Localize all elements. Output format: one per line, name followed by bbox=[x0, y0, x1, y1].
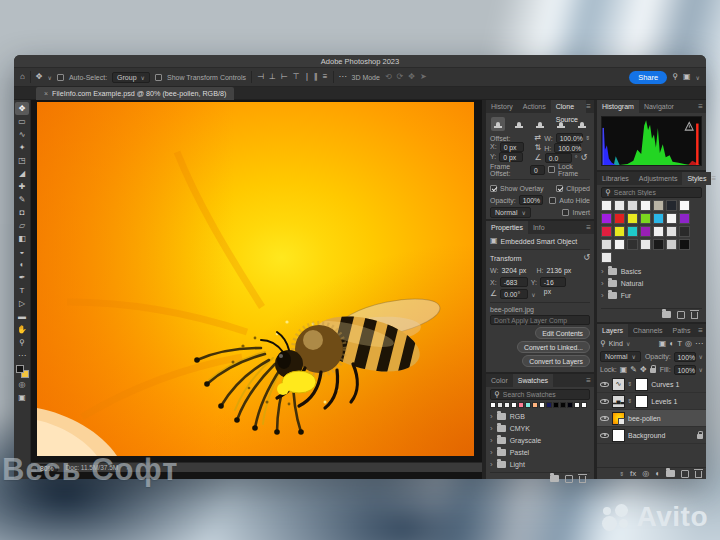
layer-row-background[interactable]: Background bbox=[597, 427, 706, 444]
move-tool[interactable]: ✥ bbox=[15, 102, 29, 115]
color-swatch[interactable] bbox=[627, 239, 638, 250]
link-layers-icon[interactable]: ∞ bbox=[619, 471, 625, 475]
eyedropper-tool[interactable]: ◢ bbox=[15, 167, 29, 180]
align-right-icon[interactable]: ⊢ bbox=[281, 72, 288, 82]
smart-object-thumbnail[interactable] bbox=[612, 412, 625, 425]
blend-mode-dropdown[interactable]: Normal∨ bbox=[600, 351, 641, 362]
filter-pixel-icon[interactable]: ▣ bbox=[659, 339, 667, 349]
align-center-icon[interactable]: ⊥ bbox=[269, 72, 276, 82]
styles-search[interactable]: ⚲ bbox=[601, 187, 702, 198]
chevron-down-icon[interactable]: ∨ bbox=[699, 353, 703, 360]
folder-row[interactable]: ›Grayscale bbox=[490, 434, 590, 446]
convert-to-linked-button[interactable]: Convert to Linked... bbox=[517, 341, 590, 353]
pan-3d-icon[interactable]: ✥ bbox=[408, 72, 415, 82]
trash-icon[interactable] bbox=[695, 471, 702, 478]
layer-mask-thumbnail[interactable] bbox=[635, 395, 648, 408]
tab-adjustments[interactable]: Adjustments bbox=[634, 172, 683, 185]
swatch-search-input[interactable] bbox=[503, 391, 586, 398]
tab-channels[interactable]: Channels bbox=[628, 324, 668, 337]
opacity-field[interactable]: 100% bbox=[674, 352, 696, 362]
tab-styles[interactable]: Styles bbox=[682, 172, 711, 185]
tab-histogram[interactable]: Histogram bbox=[597, 100, 639, 113]
new-adjustment-icon[interactable]: ◐ bbox=[655, 469, 660, 479]
reset-icon[interactable]: ↺ bbox=[581, 153, 588, 163]
marquee-tool[interactable]: ▭ bbox=[15, 115, 29, 128]
healing-brush-tool[interactable]: ✚ bbox=[15, 180, 29, 193]
offset-x-field[interactable]: 0 px bbox=[500, 142, 524, 152]
color-swatch[interactable] bbox=[614, 213, 625, 224]
color-swatch[interactable] bbox=[627, 226, 638, 237]
tab-layers[interactable]: Layers bbox=[597, 324, 628, 337]
quick-mask-button[interactable]: ◎ bbox=[15, 378, 29, 391]
clone-source-slot-4[interactable] bbox=[554, 117, 568, 131]
layer-row-curves[interactable]: ∿ ∞ Curves 1 bbox=[597, 376, 706, 393]
clone-source-slot-3[interactable] bbox=[533, 117, 547, 131]
new-swatch-icon[interactable] bbox=[565, 475, 573, 483]
color-swatch[interactable] bbox=[666, 200, 677, 211]
new-style-icon[interactable] bbox=[677, 311, 685, 319]
color-swatch[interactable] bbox=[601, 200, 612, 211]
new-layer-icon[interactable] bbox=[681, 470, 689, 478]
edit-contents-button[interactable]: Edit Contents bbox=[535, 327, 590, 339]
color-swatch[interactable] bbox=[511, 402, 517, 408]
lock-paint-icon[interactable]: ✎ bbox=[630, 365, 637, 375]
color-swatch[interactable] bbox=[653, 200, 664, 211]
auto-hide-checkbox[interactable] bbox=[549, 197, 556, 204]
color-chips[interactable] bbox=[16, 365, 29, 378]
color-swatch[interactable] bbox=[653, 239, 664, 250]
clone-source-slot-5[interactable] bbox=[575, 117, 589, 131]
tab-navigator[interactable]: Navigator bbox=[639, 100, 679, 113]
chevron-down-icon[interactable]: ∨ bbox=[699, 366, 703, 373]
height-scale-field[interactable]: 100.0% bbox=[554, 143, 581, 153]
new-group-icon[interactable] bbox=[662, 311, 671, 318]
lasso-tool[interactable]: ∿ bbox=[15, 128, 29, 141]
align-top-icon[interactable]: ⊤ bbox=[293, 72, 300, 82]
hand-tool[interactable]: ✋ bbox=[15, 323, 29, 336]
folder-row[interactable]: ›Fur bbox=[601, 289, 702, 301]
color-swatch[interactable] bbox=[627, 213, 638, 224]
gradient-tool[interactable]: ◧ bbox=[15, 232, 29, 245]
convert-to-layers-button[interactable]: Convert to Layers bbox=[522, 355, 590, 367]
visibility-eye-icon[interactable] bbox=[600, 380, 609, 389]
color-swatch[interactable] bbox=[679, 239, 690, 250]
panel-menu-icon[interactable]: ≡ bbox=[698, 100, 706, 113]
y-position-field[interactable]: -16 px bbox=[540, 277, 566, 287]
color-swatch[interactable] bbox=[640, 213, 651, 224]
rotation-field[interactable]: 0.0 bbox=[545, 153, 572, 163]
folder-row[interactable]: ›CMYK bbox=[490, 422, 590, 434]
tab-properties[interactable]: Properties bbox=[486, 221, 528, 234]
folder-row[interactable]: ›RGB bbox=[490, 410, 590, 422]
tab-history[interactable]: History bbox=[486, 100, 518, 113]
panel-menu-icon[interactable]: ≡ bbox=[586, 221, 594, 234]
frame-offset-field[interactable]: 0 bbox=[530, 165, 545, 175]
lock-move-icon[interactable]: ✥ bbox=[640, 365, 647, 375]
color-swatch[interactable] bbox=[666, 213, 677, 224]
tab-swatches[interactable]: Swatches bbox=[513, 374, 553, 387]
color-swatch[interactable] bbox=[581, 402, 587, 408]
foreground-color-chip[interactable] bbox=[16, 365, 24, 373]
folder-row[interactable]: ›Natural bbox=[601, 277, 702, 289]
layer-style-fx-icon[interactable]: fx bbox=[630, 469, 636, 479]
flip-horizontal-icon[interactable]: ⇄ bbox=[535, 133, 542, 143]
color-swatch[interactable] bbox=[679, 200, 690, 211]
distribute-horizontal-icon[interactable]: ∣ bbox=[305, 72, 309, 82]
overlay-opacity-field[interactable]: 100% bbox=[519, 195, 543, 205]
color-swatch[interactable] bbox=[553, 402, 559, 408]
distribute-spacing-icon[interactable]: ≡ bbox=[323, 72, 328, 82]
lock-transparency-icon[interactable]: ▣ bbox=[620, 365, 628, 375]
blur-tool[interactable]: ◒ bbox=[15, 245, 29, 258]
color-swatch[interactable] bbox=[679, 226, 690, 237]
clipped-checkbox[interactable] bbox=[556, 185, 563, 192]
reset-icon[interactable]: ↺ bbox=[583, 253, 590, 263]
zoom-tool[interactable]: ⚲ bbox=[15, 336, 29, 349]
color-swatch[interactable] bbox=[504, 402, 510, 408]
screen-mode-button[interactable]: ▣ bbox=[15, 391, 29, 404]
color-swatch[interactable] bbox=[518, 402, 524, 408]
show-transform-checkbox[interactable] bbox=[155, 74, 162, 81]
color-swatch[interactable] bbox=[546, 402, 552, 408]
chevron-down-icon[interactable]: ∨ bbox=[531, 291, 535, 298]
layer-row-bee-pollen[interactable]: bee-pollen bbox=[597, 410, 706, 427]
tab-info[interactable]: Info bbox=[528, 221, 550, 234]
color-swatch[interactable] bbox=[679, 213, 690, 224]
crop-tool[interactable]: ◳ bbox=[15, 154, 29, 167]
